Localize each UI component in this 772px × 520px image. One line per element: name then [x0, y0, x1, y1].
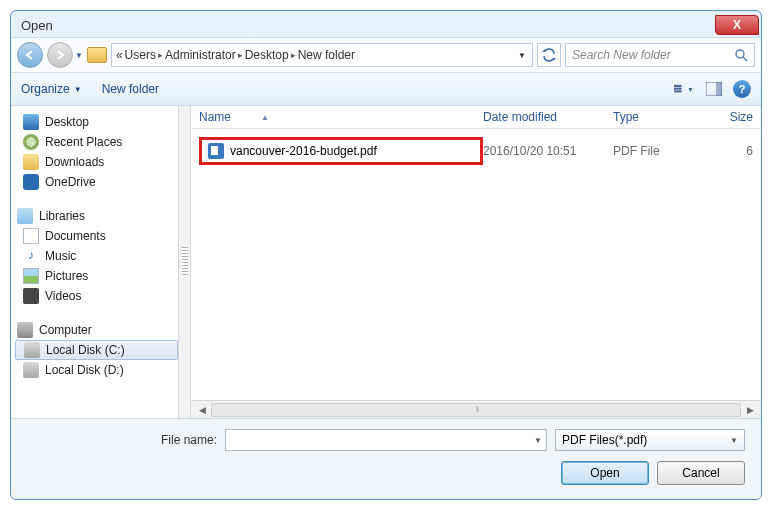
libraries-icon: [17, 208, 33, 224]
breadcrumb-prefix: «: [116, 48, 123, 62]
sort-indicator-icon: ▲: [261, 113, 269, 122]
chevron-right-icon: ▸: [238, 50, 243, 60]
new-folder-button[interactable]: New folder: [102, 82, 159, 96]
col-type[interactable]: Type: [613, 110, 713, 124]
breadcrumb[interactable]: « Users ▸ Administrator ▸ Desktop ▸ New …: [111, 43, 533, 67]
titlebar: Open X: [11, 11, 761, 37]
sidebar-item-desktop[interactable]: Desktop: [15, 112, 178, 132]
dialog-body: Desktop Recent Places Downloads OneDrive…: [11, 106, 761, 418]
chevron-down-icon[interactable]: ▼: [534, 436, 542, 445]
chevron-down-icon: ▼: [730, 436, 738, 445]
file-size: 6: [713, 144, 753, 158]
svg-rect-2: [674, 85, 682, 87]
column-headers: Name ▲ Date modified Type Size: [191, 106, 761, 129]
organize-menu[interactable]: Organize ▼: [21, 82, 82, 96]
sidebar-item-local-disk-c[interactable]: Local Disk (C:): [15, 340, 178, 360]
desktop-icon: [23, 114, 39, 130]
recent-icon: [23, 134, 39, 150]
chevron-down-icon: ▼: [74, 85, 82, 94]
list-view-icon: [674, 83, 685, 95]
svg-rect-4: [674, 90, 682, 92]
scroll-track[interactable]: ⦀: [211, 403, 741, 417]
grip-icon: [182, 247, 188, 277]
scroll-right-icon[interactable]: ▶: [743, 405, 757, 415]
sidebar-item-music[interactable]: ♪Music: [15, 246, 178, 266]
scroll-grip-icon: ⦀: [476, 405, 479, 415]
bottom-panel: File name: ▼ PDF Files(*.pdf) ▼ Open Can…: [11, 418, 761, 499]
sidebar-item-onedrive[interactable]: OneDrive: [15, 172, 178, 192]
svg-line-1: [743, 57, 747, 61]
sidebar-item-videos[interactable]: Videos: [15, 286, 178, 306]
file-date: 2016/10/20 10:51: [483, 144, 613, 158]
search-icon: [735, 49, 748, 62]
music-icon: ♪: [23, 248, 39, 264]
cancel-button[interactable]: Cancel: [657, 461, 745, 485]
splitter[interactable]: [179, 106, 191, 418]
nav-history-dropdown[interactable]: ▼: [75, 51, 83, 60]
videos-icon: [23, 288, 39, 304]
computer-icon: [17, 322, 33, 338]
document-icon: [23, 228, 39, 244]
view-options-button[interactable]: ▼: [673, 79, 695, 99]
nav-row: ▼ « Users ▸ Administrator ▸ Desktop ▸ Ne…: [11, 37, 761, 73]
folder-icon: [87, 47, 107, 63]
downloads-icon: [23, 154, 39, 170]
disk-icon: [24, 342, 40, 358]
close-button[interactable]: X: [715, 15, 759, 35]
filename-input[interactable]: ▼: [225, 429, 547, 451]
refresh-button[interactable]: [537, 43, 561, 67]
sidebar-computer-header[interactable]: Computer: [15, 320, 178, 340]
refresh-icon: [542, 48, 556, 62]
chevron-right-icon: ▸: [158, 50, 163, 60]
pictures-icon: [23, 268, 39, 284]
breadcrumb-part[interactable]: Users: [125, 48, 156, 62]
arrow-right-icon: [54, 49, 66, 61]
col-size[interactable]: Size: [713, 110, 753, 124]
disk-icon: [23, 362, 39, 378]
breadcrumb-dropdown[interactable]: ▼: [516, 51, 528, 60]
file-pane: Name ▲ Date modified Type Size vancouver…: [191, 106, 761, 418]
file-type: PDF File: [613, 144, 713, 158]
col-date-modified[interactable]: Date modified: [483, 110, 613, 124]
filetype-select[interactable]: PDF Files(*.pdf) ▼: [555, 429, 745, 451]
open-button[interactable]: Open: [561, 461, 649, 485]
pane-icon: [706, 82, 722, 96]
chevron-down-icon: ▼: [687, 86, 694, 93]
help-button[interactable]: ?: [733, 80, 751, 98]
file-name: vancouver-2016-budget.pdf: [230, 144, 377, 158]
sidebar-item-downloads[interactable]: Downloads: [15, 152, 178, 172]
svg-rect-3: [674, 88, 682, 90]
breadcrumb-part[interactable]: Desktop: [245, 48, 289, 62]
sidebar-item-recent[interactable]: Recent Places: [15, 132, 178, 152]
back-button[interactable]: [17, 42, 43, 68]
scroll-left-icon[interactable]: ◀: [195, 405, 209, 415]
forward-button[interactable]: [47, 42, 73, 68]
file-list: vancouver-2016-budget.pdf 2016/10/20 10:…: [191, 129, 761, 400]
breadcrumb-part[interactable]: New folder: [298, 48, 355, 62]
cloud-icon: [23, 174, 39, 190]
search-placeholder: Search New folder: [572, 48, 671, 62]
filename-label: File name:: [27, 433, 217, 447]
breadcrumb-part[interactable]: Administrator: [165, 48, 236, 62]
sidebar-item-pictures[interactable]: Pictures: [15, 266, 178, 286]
preview-pane-button[interactable]: [703, 79, 725, 99]
file-row[interactable]: vancouver-2016-budget.pdf 2016/10/20 10:…: [199, 137, 753, 165]
sidebar-item-local-disk-d[interactable]: Local Disk (D:): [15, 360, 178, 380]
dialog-title: Open: [21, 18, 53, 33]
sidebar-item-documents[interactable]: Documents: [15, 226, 178, 246]
chevron-right-icon: ▸: [291, 50, 296, 60]
search-input[interactable]: Search New folder: [565, 43, 755, 67]
toolbar: Organize ▼ New folder ▼ ?: [11, 73, 761, 106]
file-name-cell-highlighted[interactable]: vancouver-2016-budget.pdf: [199, 137, 483, 165]
svg-rect-6: [716, 82, 722, 96]
sidebar: Desktop Recent Places Downloads OneDrive…: [11, 106, 179, 418]
open-dialog: Open X ▼ « Users ▸ Administrator ▸ Deskt…: [10, 10, 762, 500]
col-name[interactable]: Name: [199, 110, 231, 124]
arrow-left-icon: [24, 49, 36, 61]
svg-point-0: [736, 50, 744, 58]
pdf-file-icon: [208, 143, 224, 159]
sidebar-libraries-header[interactable]: Libraries: [15, 206, 178, 226]
horizontal-scrollbar[interactable]: ◀ ⦀ ▶: [191, 400, 761, 418]
